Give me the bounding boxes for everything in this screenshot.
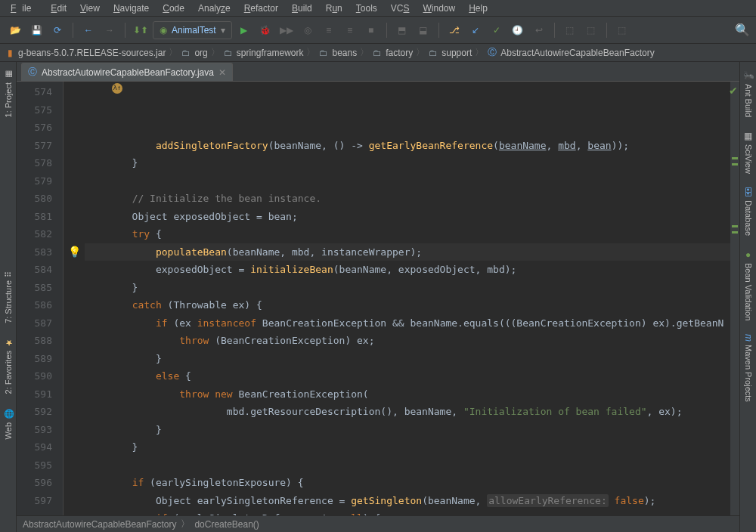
menu-tools[interactable]: Tools [350,2,383,15]
run-config-label: AnimalTest [172,25,216,36]
intention-bulb-icon[interactable]: 💡 [68,243,81,261]
class-icon: Ⓒ [28,66,37,79]
database-icon: 🗄 [743,187,754,197]
folder-icon: 🗀 [428,48,438,58]
tool-icon-6[interactable]: ⬚ [582,21,600,39]
left-tool-rail: 1: Project▦ 7: Structure⠿ 2: Favorites★ … [0,62,17,532]
vcs-update-icon[interactable]: ↙ [466,21,485,39]
lambda-icon[interactable]: λ↑ [112,83,122,94]
profiler-icon[interactable]: ◎ [299,21,317,39]
menu-run[interactable]: Run [320,2,349,15]
menu-code[interactable]: Code [156,2,191,15]
menu-view[interactable]: View [74,2,106,15]
structure-icon: ⠿ [3,271,13,277]
save-all-icon[interactable]: 💾 [27,21,45,39]
forward-icon[interactable]: → [101,21,119,39]
menu-vcs[interactable]: VCS [385,2,416,15]
crumb-org[interactable]: 🗀org [181,48,207,58]
editor-area: Ⓒ AbstractAutowireCapableBeanFactory.jav… [17,62,739,532]
vcs-revert-icon[interactable]: ↩ [530,21,548,39]
tool-icon[interactable]: ≡ [320,21,338,39]
error-stripe[interactable]: ✔ [730,82,739,515]
tool-favorites[interactable]: 2: Favorites★ [2,333,14,398]
crumb-beans[interactable]: 🗀beans [318,48,357,58]
crumb-factory[interactable]: 🗀factory [372,48,413,58]
folder-icon: 🗀 [372,48,383,58]
structure-breadcrumb: AbstractAutowireCapableBeanFactory 〉 doC… [17,515,739,532]
search-everywhere-icon[interactable]: 🔍 [735,23,750,37]
crumb-jar[interactable]: ▮ g-beans-5.0.7.RELEASE-sources.jar [5,48,166,58]
menu-refactor[interactable]: Refactor [238,2,284,15]
vcs-branch-icon[interactable]: ⎇ [445,21,463,39]
tool-icon-3[interactable]: ⬒ [393,21,411,39]
gutter: 5745755765775785795805815825835845855865… [17,82,64,515]
run-configuration-dropdown[interactable]: ◉ AnimalTest ▾ [153,21,232,39]
vcs-commit-icon[interactable]: ✓ [488,21,506,39]
tool-icon-7[interactable]: ⬚ [613,21,631,39]
class-icon: Ⓒ [487,48,497,58]
tab-label: AbstractAutowireCapableBeanFactory.java [42,67,214,78]
editor-tab[interactable]: Ⓒ AbstractAutowireCapableBeanFactory.jav… [21,63,233,81]
menu-bar: File Edit View Navigate Code Analyze Ref… [0,0,756,17]
crumb-class[interactable]: ⒸAbstractAutowireCapableBeanFactory [487,48,654,58]
stripe-marker[interactable] [732,225,738,227]
ant-icon: 🐜 [743,70,754,81]
globe-icon: 🌐 [3,410,13,419]
tool-bean-validation[interactable]: ●Bean Validation [742,245,755,325]
folder-icon: 🗀 [223,48,234,58]
run-coverage-icon[interactable]: ▶▶ [277,21,296,39]
tool-icon-2[interactable]: ≡ [341,21,359,39]
editor-tabs: Ⓒ AbstractAutowireCapableBeanFactory.jav… [17,62,739,82]
sync-icon[interactable]: ⟳ [48,21,67,39]
menu-help[interactable]: Help [463,2,494,15]
menu-navigate[interactable]: Navigate [107,2,155,15]
tool-database[interactable]: 🗄Database [742,183,755,240]
jar-icon: ▮ [5,48,15,58]
menu-edit[interactable]: Edit [45,2,73,15]
right-tool-rail: 🐜Ant Build ▦SciView 🗄Database ●Bean Vali… [739,62,756,532]
back-icon[interactable]: ← [79,21,98,39]
build-icon[interactable]: ⬇⬆ [132,21,150,39]
run-icon[interactable]: ▶ [235,21,253,39]
crumb-method-name[interactable]: doCreateBean() [194,519,259,530]
code-editor[interactable]: 5745755765775785795805815825835845855865… [17,82,739,515]
menu-window[interactable]: Window [417,2,461,15]
stop-icon[interactable]: ■ [362,21,380,39]
star-icon: ★ [3,338,13,348]
project-icon: ▦ [3,70,13,79]
navigation-breadcrumb: ▮ g-beans-5.0.7.RELEASE-sources.jar 〉 🗀o… [0,44,756,62]
close-tab-icon[interactable]: ✕ [218,67,226,78]
stripe-marker[interactable] [732,231,738,234]
crumb-springframework[interactable]: 🗀springframework [223,48,304,58]
folder-icon: 🗀 [318,48,329,58]
tool-project[interactable]: 1: Project▦ [2,65,14,122]
code-content[interactable]: λ↑ addSingletonFactory(beanName, () -> g… [64,82,739,515]
tool-web[interactable]: Web🌐 [2,405,14,444]
tool-maven[interactable]: mMaven Projects [742,329,755,407]
folder-icon: 🗀 [181,48,191,58]
tool-ant-build[interactable]: 🐜Ant Build [742,65,755,122]
menu-file[interactable]: File [5,2,43,15]
bean-icon: ● [743,249,754,260]
menu-analyze[interactable]: Analyze [192,2,237,15]
crumb-class-name[interactable]: AbstractAutowireCapableBeanFactory [23,519,176,530]
grid-icon: ▦ [743,131,754,141]
workspace: 1: Project▦ 7: Structure⠿ 2: Favorites★ … [0,62,756,532]
tool-icon-5[interactable]: ⬚ [561,21,579,39]
tool-structure[interactable]: 7: Structure⠿ [2,267,14,328]
maven-icon: m [743,334,754,342]
main-toolbar: 📂 💾 ⟳ ← → ⬇⬆ ◉ AnimalTest ▾ ▶ 🐞 ▶▶ ◎ ≡ ≡… [0,17,756,44]
debug-icon[interactable]: 🐞 [256,21,274,39]
open-icon[interactable]: 📂 [6,21,24,39]
vcs-history-icon[interactable]: 🕘 [509,21,527,39]
menu-build[interactable]: Build [286,2,318,15]
tool-icon-4[interactable]: ⬓ [414,21,432,39]
stripe-marker[interactable] [732,157,738,159]
tool-sciview[interactable]: ▦SciView [742,126,755,178]
crumb-support[interactable]: 🗀support [428,48,472,58]
inspection-ok-icon: ✔ [729,85,738,97]
stripe-marker[interactable] [732,163,738,165]
